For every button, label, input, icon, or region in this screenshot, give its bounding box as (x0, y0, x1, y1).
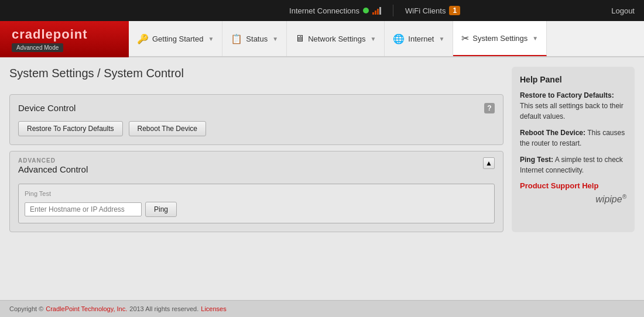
footer-year: 2013 All rights reserved. (129, 305, 198, 312)
advanced-mode-badge: Advanced Mode (12, 43, 63, 52)
top-bar: Internet Connections WiFi Clients 1 Logo… (0, 0, 644, 21)
chevron-down-icon-2: ▼ (370, 36, 376, 42)
divider (393, 5, 393, 16)
nav-bar: 🔑 Getting Started ▼ 📋 Status ▼ 🖥 Network… (129, 21, 644, 57)
wrench-icon: ✂ (461, 33, 469, 44)
collapse-button[interactable]: ▲ (483, 157, 495, 169)
nav-label-getting-started: Getting Started (152, 35, 203, 43)
ping-row: Ping (25, 202, 488, 217)
device-control-title: Device Control (18, 103, 495, 113)
help-entry-1: Reboot The Device: This causes the route… (520, 128, 626, 149)
header: cradlepoint Advanced Mode 🔑 Getting Star… (0, 21, 644, 57)
nav-item-getting-started[interactable]: 🔑 Getting Started ▼ (129, 21, 222, 56)
footer-licenses-link[interactable]: Licenses (201, 305, 226, 312)
wipipe-logo: wipipe® (520, 194, 626, 205)
chevron-down-icon-4: ▼ (532, 35, 538, 42)
advanced-label: ADVANCED (18, 157, 88, 164)
ping-button[interactable]: Ping (145, 202, 177, 217)
restore-factory-defaults-button[interactable]: Restore To Factory Defaults (18, 121, 123, 136)
footer-copyright: Copyright © (9, 305, 43, 312)
chevron-down-icon-3: ▼ (439, 36, 444, 42)
main-content: System Settings / System Control ? Devic… (9, 67, 503, 232)
help-term-1: Reboot The Device: (520, 129, 585, 137)
signal-bars-icon (372, 6, 381, 15)
device-control-panel: ? Device Control Restore To Factory Defa… (9, 94, 503, 145)
product-support-link[interactable]: Product Support Help (520, 181, 626, 190)
ping-test-box: Ping Test Ping (18, 184, 495, 223)
logo-text: cradlepoint (12, 27, 129, 42)
nav-item-status[interactable]: 📋 Status ▼ (222, 21, 287, 56)
reboot-device-button[interactable]: Reboot The Device (129, 121, 207, 136)
help-term-2: Ping Test: (520, 156, 553, 164)
footer-company-link[interactable]: CradlePoint Technology, Inc. (46, 305, 127, 312)
advanced-control-panel: ADVANCED Advanced Control ▲ Ping Test Pi… (9, 151, 503, 232)
ping-test-label: Ping Test (25, 190, 488, 197)
device-control-buttons: Restore To Factory Defaults Reboot The D… (18, 121, 495, 136)
help-entry-0: Restore to Factory Defaults: This sets a… (520, 90, 626, 122)
advanced-panel-body: Ping Test Ping (10, 174, 503, 232)
page-title: System Settings / System Control (9, 67, 503, 80)
connection-status-icon (363, 8, 369, 13)
help-term-0: Restore to Factory Defaults: (520, 91, 614, 99)
logo-area: cradlepoint Advanced Mode (0, 27, 129, 52)
chevron-down-icon-0: ▼ (208, 36, 214, 42)
help-icon[interactable]: ? (484, 103, 495, 113)
globe-icon: 🌐 (393, 33, 405, 44)
top-bar-center: Internet Connections WiFi Clients 1 (289, 5, 460, 16)
help-entry-2: Ping Test: A simple test to check Intern… (520, 154, 626, 175)
nav-label-internet: Internet (408, 35, 434, 43)
status-icon: 📋 (231, 33, 242, 44)
nav-label-status: Status (246, 35, 268, 43)
help-panel: Help Panel Restore to Factory Defaults: … (512, 67, 635, 232)
nav-label-network-settings: Network Settings (308, 35, 365, 43)
help-desc-0: This sets all settings back to their def… (520, 102, 624, 120)
nav-label-system-settings: System Settings (472, 34, 527, 43)
wifi-clients-item: WiFi Clients 1 (405, 6, 460, 15)
internet-connections-label: Internet Connections (289, 6, 359, 15)
wifi-count-badge: 1 (449, 6, 460, 15)
key-icon: 🔑 (137, 33, 149, 44)
chevron-down-icon-1: ▼ (272, 36, 278, 42)
network-icon: 🖥 (295, 33, 304, 44)
wifi-clients-label: WiFi Clients (405, 6, 446, 15)
nav-item-network-settings[interactable]: 🖥 Network Settings ▼ (287, 21, 385, 56)
nav-item-internet[interactable]: 🌐 Internet ▼ (385, 21, 453, 56)
advanced-control-title: Advanced Control (18, 164, 88, 174)
help-panel-title: Help Panel (520, 75, 626, 84)
logout-button[interactable]: Logout (611, 6, 635, 15)
ping-input[interactable] (25, 202, 142, 216)
page-area: SetupRou System Settings / System Contro… (0, 57, 644, 300)
footer: Copyright © CradlePoint Technology, Inc.… (0, 300, 644, 317)
internet-connections-item: Internet Connections (289, 6, 381, 15)
advanced-panel-header: ADVANCED Advanced Control ▲ (10, 151, 503, 174)
nav-item-system-settings[interactable]: ✂ System Settings ▼ (453, 21, 547, 56)
